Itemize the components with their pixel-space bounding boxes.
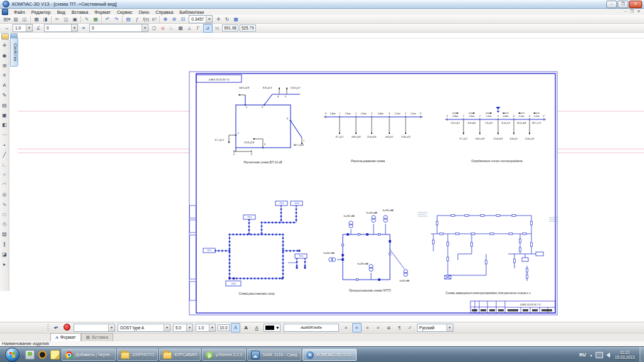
separator[interactable]	[51, 16, 52, 23]
minimize-button[interactable]: –	[606, 1, 617, 8]
spline-tool-icon[interactable]: ∿	[1, 200, 9, 210]
arc-tool-icon[interactable]: ◠	[1, 180, 9, 190]
parallel-line-icon[interactable]: ∥	[1, 239, 9, 250]
table-icon[interactable]: ▦	[92, 16, 100, 23]
menu-item[interactable]: Формат	[91, 9, 114, 15]
dropdown-arrow-icon[interactable]: ▼	[209, 324, 215, 331]
view-tool-icon[interactable]: ◧	[1, 120, 9, 130]
paste-icon[interactable]: ▣	[71, 16, 79, 23]
separator[interactable]	[122, 16, 123, 23]
text-style-combo[interactable]: ▼	[74, 324, 115, 332]
menu-item[interactable]: Редактор	[28, 9, 54, 15]
hatch-fill-icon[interactable]: ▨	[1, 229, 9, 239]
point-tool-icon[interactable]: •	[1, 140, 9, 150]
volume-icon[interactable]	[606, 353, 610, 358]
align-center-button[interactable]: ≡	[352, 323, 362, 332]
library-manager-icon[interactable]: ▤	[125, 16, 133, 23]
dropdown-arrow-icon[interactable]: ▼	[108, 324, 114, 331]
underline-button[interactable]: A	[252, 323, 262, 332]
bold-button[interactable]: A	[242, 323, 251, 332]
coordinate-x-field[interactable]: 991.98	[222, 25, 238, 31]
geometry-tool-icon[interactable]: ✛	[1, 41, 9, 51]
more-tools-icon[interactable]: ⋯	[1, 130, 9, 140]
font-height-combo[interactable]: 5.0▼	[173, 324, 193, 332]
restore-button[interactable]: ❐	[618, 1, 628, 8]
expand-icon[interactable]: ▸	[1, 260, 9, 270]
ellipse-tool-icon[interactable]: ◎	[1, 190, 9, 200]
menu-item[interactable]: Файл	[11, 9, 28, 15]
print-preview-icon[interactable]: ◨	[42, 16, 50, 23]
cursor-step-combo[interactable]: 1.0▼	[13, 24, 33, 32]
open-icon[interactable]: ▥	[12, 16, 20, 23]
rebuild-icon[interactable]: ↻	[223, 16, 231, 23]
hatch-tool-icon[interactable]: #	[1, 70, 9, 80]
align-right-button[interactable]: ≡	[363, 323, 372, 332]
angle-combo[interactable]: 0▼	[44, 24, 78, 32]
taskbar-button[interactable]: µTorrent 3.2.3	[202, 349, 246, 361]
phantom-icon[interactable]: ◻	[150, 25, 158, 32]
coordinate-y-field[interactable]: 525.79	[240, 25, 256, 31]
sticky-notes-icon[interactable]	[50, 350, 60, 359]
undo-icon[interactable]: ↶	[104, 16, 112, 23]
table-tool-icon[interactable]: ▤	[1, 101, 9, 111]
menu-item[interactable]: Библиотеки	[176, 9, 207, 15]
list-button[interactable]: ≣	[384, 323, 394, 332]
layers-icon[interactable]: ≡	[80, 25, 88, 32]
snap-tool-icon[interactable]: ◉	[1, 51, 9, 61]
copy-properties-icon[interactable]: ✎	[83, 16, 91, 23]
copy-icon[interactable]: ◫	[62, 16, 70, 23]
daemon-tools-icon[interactable]	[38, 351, 47, 359]
abort-command-button[interactable]	[62, 323, 72, 332]
refresh-icon[interactable]: ▦	[232, 16, 240, 23]
taskbar-button[interactable]: SAM_1116 - Сред...	[247, 349, 301, 361]
child-window-controls[interactable]: – ❐ ✕	[625, 9, 641, 13]
dropdown-arrow-icon[interactable]: ▼	[142, 25, 148, 31]
language-indicator[interactable]: RU	[579, 353, 586, 357]
circle-tool-icon[interactable]: ○	[1, 170, 9, 180]
dropdown-arrow-icon[interactable]: ▼	[71, 25, 77, 31]
edit-tool-icon[interactable]: ✎	[1, 90, 9, 101]
dropdown-arrow-icon[interactable]: ▼	[447, 324, 453, 331]
local-cs-icon[interactable]: ⊥	[186, 25, 194, 32]
new-document-icon[interactable]: ▤▾	[3, 16, 11, 23]
menu-item[interactable]: Вид	[54, 9, 69, 15]
polyline-tool-icon[interactable]: ∟	[1, 160, 9, 170]
zoom-out-icon[interactable]: ⊖	[170, 16, 179, 23]
pan-icon[interactable]: ✛	[214, 16, 223, 23]
print-icon[interactable]: ▦	[33, 16, 41, 23]
dropdown-arrow-icon[interactable]: ▼	[186, 324, 192, 331]
zoom-in-icon[interactable]: ⊕	[162, 16, 170, 23]
rectangle-tool-icon[interactable]: □	[1, 210, 9, 220]
create-object-button[interactable]: ↵	[52, 323, 61, 332]
spellcheck-icon[interactable]: ✓	[406, 323, 415, 332]
menu-item[interactable]: Вставка	[69, 9, 92, 15]
dropdown-arrow-icon[interactable]: ▼	[206, 16, 212, 23]
separator[interactable]	[101, 16, 102, 23]
rotate-snap-icon[interactable]: ∟	[168, 25, 176, 32]
show-desktop-button[interactable]	[640, 347, 644, 362]
menu-item[interactable]: Сервис	[114, 9, 136, 15]
fillet-tool-icon[interactable]: ◪	[1, 250, 9, 260]
cut-icon[interactable]: ✂	[53, 16, 62, 23]
menu-item[interactable]: Окно	[136, 9, 153, 15]
variables-icon[interactable]: ƒ	[133, 16, 142, 23]
dropdown-arrow-icon[interactable]: ▼	[26, 25, 32, 31]
grid-icon[interactable]: ▦	[177, 25, 185, 32]
separator[interactable]	[159, 16, 160, 23]
language-combo[interactable]: Русский▼	[417, 324, 453, 332]
zoom-scale-combo[interactable]: 0.3457▼	[189, 15, 213, 23]
start-button[interactable]	[5, 348, 19, 362]
dropdown-arrow-icon[interactable]: ▼	[275, 326, 280, 330]
paragraph-button[interactable]: ¶	[395, 323, 404, 332]
font-combo[interactable]: GOST type A▼	[118, 324, 170, 332]
align-justify-button[interactable]: ≡	[374, 323, 383, 332]
corner-icon[interactable]: Г	[194, 25, 203, 32]
polygon-tool-icon[interactable]: ◇	[1, 219, 9, 229]
text-tool-icon[interactable]: A	[1, 80, 9, 90]
expressions-icon[interactable]: f(x)	[142, 16, 150, 23]
snap-magnet-icon[interactable]: ∪	[159, 25, 167, 32]
align-left-button[interactable]: ≡	[341, 323, 351, 332]
close-button[interactable]: ✕	[629, 1, 642, 8]
taskbar-button[interactable]: КОМПАС-3D V13...	[303, 349, 357, 361]
taskbar-button[interactable]: 100PHOTO	[117, 349, 158, 361]
